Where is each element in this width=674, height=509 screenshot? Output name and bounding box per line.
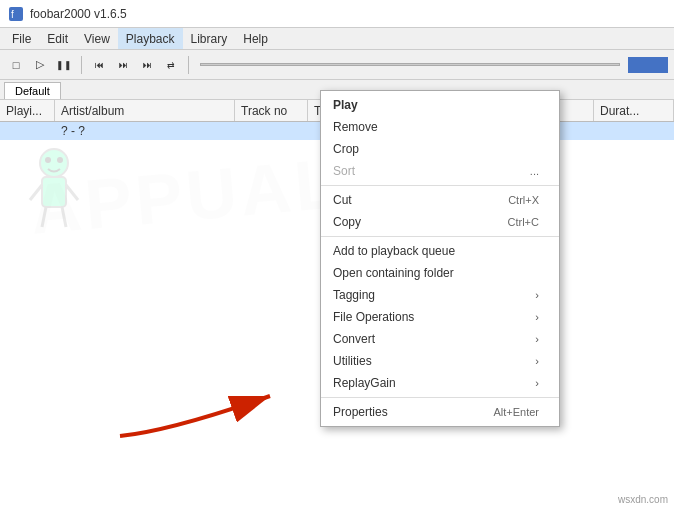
ctx-properties[interactable]: Properties Alt+Enter xyxy=(321,401,559,423)
menu-help[interactable]: Help xyxy=(235,28,276,49)
menu-playback[interactable]: Playback xyxy=(118,28,183,49)
toolbar-sep-2 xyxy=(188,56,189,74)
next-button[interactable]: ⏭ xyxy=(113,55,133,75)
volume-button[interactable] xyxy=(628,57,668,73)
toolbar-sep-1 xyxy=(81,56,82,74)
ctx-file-ops[interactable]: File Operations › xyxy=(321,306,559,328)
ctx-convert[interactable]: Convert › xyxy=(321,328,559,350)
watermark: wsxdn.com xyxy=(618,494,668,505)
ctx-play[interactable]: Play xyxy=(321,94,559,116)
seek-bar[interactable] xyxy=(200,63,620,66)
title-bar-text: foobar2000 v1.6.5 xyxy=(30,7,127,21)
col-header-playing: Playi... xyxy=(0,100,55,121)
pause-button[interactable]: ❚❚ xyxy=(54,55,74,75)
col-header-artist: Artist/album xyxy=(55,100,235,121)
ctx-sep-2 xyxy=(321,236,559,237)
menu-edit[interactable]: Edit xyxy=(39,28,76,49)
ctx-open-folder[interactable]: Open containing folder xyxy=(321,262,559,284)
rand-button[interactable]: ⇄ xyxy=(161,55,181,75)
svg-text:f: f xyxy=(11,9,14,20)
cell-artist: ? - ? xyxy=(55,124,235,138)
menu-file[interactable]: File xyxy=(4,28,39,49)
ctx-remove[interactable]: Remove xyxy=(321,116,559,138)
ctx-crop[interactable]: Crop xyxy=(321,138,559,160)
skip-button[interactable]: ⏭ xyxy=(137,55,157,75)
context-menu: Play Remove Crop Sort ... Cut Ctrl+X Cop… xyxy=(320,90,560,427)
ctx-cut[interactable]: Cut Ctrl+X xyxy=(321,189,559,211)
ctx-sep-1 xyxy=(321,185,559,186)
play-button[interactable]: ▷ xyxy=(30,55,50,75)
ctx-sep-3 xyxy=(321,397,559,398)
menu-library[interactable]: Library xyxy=(183,28,236,49)
ctx-replaygain[interactable]: ReplayGain › xyxy=(321,372,559,394)
tab-default[interactable]: Default xyxy=(4,82,61,99)
toolbar: □ ▷ ❚❚ ⏮ ⏭ ⏭ ⇄ xyxy=(0,50,674,80)
prev-button[interactable]: ⏮ xyxy=(89,55,109,75)
col-header-duration: Durat... xyxy=(594,100,674,121)
ctx-tagging[interactable]: Tagging › xyxy=(321,284,559,306)
ctx-copy[interactable]: Copy Ctrl+C xyxy=(321,211,559,233)
ctx-sort: Sort ... xyxy=(321,160,559,182)
stop-button[interactable]: □ xyxy=(6,55,26,75)
ctx-add-queue[interactable]: Add to playback queue xyxy=(321,240,559,262)
title-bar: f foobar2000 v1.6.5 xyxy=(0,0,674,28)
app-icon: f xyxy=(8,6,24,22)
ctx-utilities[interactable]: Utilities › xyxy=(321,350,559,372)
menu-bar: File Edit View Playback Library Help xyxy=(0,28,674,50)
col-header-trackno: Track no xyxy=(235,100,308,121)
menu-view[interactable]: View xyxy=(76,28,118,49)
